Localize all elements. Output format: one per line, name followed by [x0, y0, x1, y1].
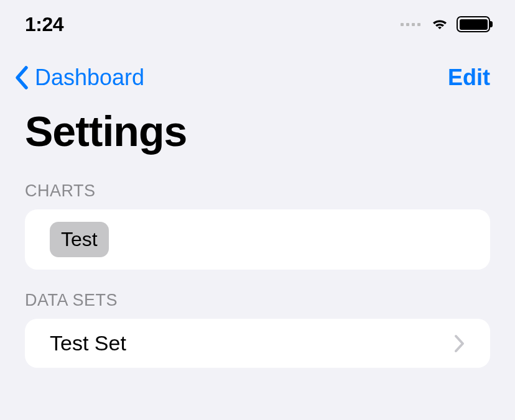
dataset-row-label: Test Set	[50, 331, 126, 355]
status-time: 1:24	[25, 13, 63, 36]
nav-bar: Dashboard Edit	[0, 43, 515, 91]
chevron-right-icon	[453, 334, 465, 353]
chevron-left-icon	[14, 65, 31, 90]
section-header-charts: CHARTS	[0, 181, 515, 209]
chart-chip-test[interactable]: Test	[50, 222, 109, 257]
dataset-row-test-set[interactable]: Test Set	[50, 331, 465, 355]
page-title: Settings	[0, 91, 515, 160]
charts-card: Test	[25, 209, 490, 270]
section-charts: CHARTS Test	[0, 181, 515, 270]
battery-icon	[457, 16, 490, 32]
edit-button[interactable]: Edit	[448, 65, 490, 91]
wifi-icon	[429, 17, 450, 32]
back-button[interactable]: Dashboard	[14, 65, 144, 91]
status-indicators	[401, 16, 490, 32]
back-label: Dashboard	[35, 65, 144, 91]
datasets-card: Test Set	[25, 319, 490, 368]
section-header-datasets: DATA SETS	[0, 291, 515, 319]
cellular-dots-icon	[401, 23, 420, 26]
status-bar: 1:24	[0, 0, 515, 43]
section-datasets: DATA SETS Test Set	[0, 291, 515, 368]
